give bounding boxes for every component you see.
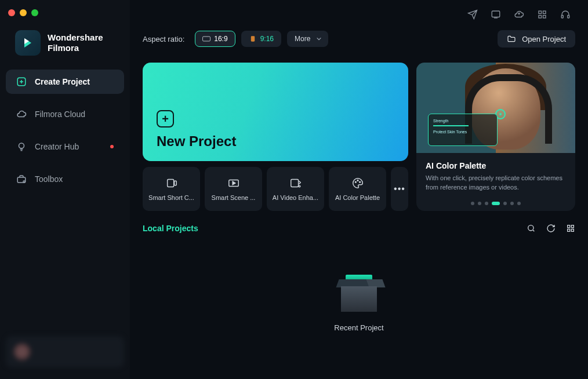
tool-smart-short-clips[interactable]: Smart Short C... xyxy=(143,167,200,211)
tool-smart-scene-cut[interactable]: Smart Scene ... xyxy=(205,167,262,211)
empty-state: Recent Project xyxy=(143,233,575,379)
promo-image: Strength Protect Skin Tones xyxy=(416,63,575,153)
svg-point-21 xyxy=(528,225,533,231)
cloud-upload-icon[interactable] xyxy=(514,9,524,20)
avatar xyxy=(14,344,30,360)
page-dot-icon[interactable] xyxy=(517,202,521,205)
sidebar-item-label: Creator Hub xyxy=(35,142,79,151)
search-icon[interactable] xyxy=(527,224,536,233)
svg-point-3 xyxy=(23,181,25,183)
landscape-icon xyxy=(202,36,210,42)
tool-label: AI Video Enha... xyxy=(270,194,322,201)
main-area: Aspect ratio: 16:9 9:16 More Open Projec… xyxy=(130,0,588,379)
tool-row: Smart Short C... Smart Scene ... AI Vide… xyxy=(143,167,408,211)
page-dot-icon[interactable] xyxy=(478,202,481,205)
svg-rect-12 xyxy=(251,36,254,41)
plus-square-icon xyxy=(16,76,27,87)
aspect-ratio-16-9[interactable]: 16:9 xyxy=(195,31,235,47)
smart-scene-icon xyxy=(227,177,240,190)
aspect-ratio-more[interactable]: More xyxy=(287,31,328,47)
brand-line1: Wondershare xyxy=(48,32,103,43)
apps-grid-icon[interactable] xyxy=(537,9,547,20)
feedback-icon[interactable] xyxy=(491,9,501,20)
svg-point-17 xyxy=(299,185,300,187)
refresh-icon[interactable] xyxy=(546,224,556,233)
sidebar-item-label: Create Project xyxy=(35,77,90,86)
svg-point-1 xyxy=(19,143,24,148)
open-project-button[interactable]: Open Project xyxy=(498,30,575,48)
grid-view-icon[interactable] xyxy=(566,224,575,233)
aspect-ratio-label: Aspect ratio: xyxy=(143,35,184,43)
tool-label: AI Color Palette xyxy=(332,194,384,201)
window-controls xyxy=(0,5,130,21)
sidebar-item-create-project[interactable]: Create Project xyxy=(6,70,124,94)
folder-icon xyxy=(507,34,516,43)
new-project-card[interactable]: + New Project xyxy=(143,63,408,161)
new-project-title: New Project xyxy=(157,133,394,150)
promo-card[interactable]: Strength Protect Skin Tones AI Color Pal… xyxy=(416,63,575,211)
svg-rect-23 xyxy=(571,225,574,228)
svg-point-20 xyxy=(359,181,360,183)
local-projects-title: Local Projects xyxy=(143,224,198,233)
sidebar: Wondershare Filmora Create Project Filmo… xyxy=(0,0,130,379)
smart-short-icon xyxy=(165,177,178,190)
chip-label: 16:9 xyxy=(214,35,227,43)
open-project-label: Open Project xyxy=(522,35,566,43)
svg-rect-8 xyxy=(543,16,546,19)
tool-label: Smart Scene ... xyxy=(208,194,260,201)
send-icon[interactable] xyxy=(467,9,478,20)
sidebar-item-filmora-cloud[interactable]: Filmora Cloud xyxy=(6,102,124,126)
tool-ai-color-palette[interactable]: AI Color Palette xyxy=(329,167,386,211)
maximize-window-icon[interactable] xyxy=(31,9,38,16)
chip-label: More xyxy=(295,35,310,43)
brand-line2: Filmora xyxy=(48,43,103,53)
svg-rect-25 xyxy=(571,229,574,231)
color-palette-icon xyxy=(351,177,364,190)
page-dot-icon[interactable] xyxy=(510,202,514,205)
svg-rect-10 xyxy=(568,16,569,19)
svg-rect-14 xyxy=(174,181,176,185)
sidebar-item-creator-hub[interactable]: Creator Hub xyxy=(6,134,124,159)
brand-block: Wondershare Filmora xyxy=(0,21,130,70)
tool-label: Smart Short C... xyxy=(146,194,198,201)
svg-rect-24 xyxy=(568,229,570,231)
page-dot-active-icon[interactable] xyxy=(492,202,500,205)
aspect-ratio-row: Aspect ratio: 16:9 9:16 More Open Projec… xyxy=(143,30,575,48)
aspect-ratio-9-16[interactable]: 9:16 xyxy=(241,31,281,47)
tool-more-button[interactable]: ••• xyxy=(391,167,408,211)
promo-pagination[interactable] xyxy=(416,202,575,211)
local-projects-header: Local Projects xyxy=(143,224,575,233)
user-account-box[interactable] xyxy=(6,336,124,367)
titlebar-icons xyxy=(143,7,575,30)
close-window-icon[interactable] xyxy=(8,9,15,16)
svg-point-18 xyxy=(355,181,356,183)
sidebar-item-label: Filmora Cloud xyxy=(35,110,85,119)
page-dot-icon[interactable] xyxy=(485,202,488,205)
headset-icon[interactable] xyxy=(560,9,571,20)
svg-rect-4 xyxy=(492,11,500,17)
page-dot-icon[interactable] xyxy=(471,202,474,205)
svg-rect-2 xyxy=(17,177,26,183)
promo-description: With one click, precisely replicate colo… xyxy=(426,174,566,192)
toolbox-icon xyxy=(16,174,27,184)
empty-box-icon xyxy=(333,269,385,315)
page-dot-icon[interactable] xyxy=(503,202,507,205)
svg-rect-5 xyxy=(539,11,542,14)
svg-rect-13 xyxy=(167,180,173,187)
svg-rect-11 xyxy=(203,37,210,41)
svg-rect-9 xyxy=(561,16,563,19)
svg-rect-6 xyxy=(543,11,546,14)
portrait-icon xyxy=(249,36,257,42)
cloud-icon xyxy=(16,109,27,119)
tool-ai-video-enhancer[interactable]: AI Video Enha... xyxy=(267,167,324,211)
ai-enhance-icon xyxy=(289,177,302,190)
minimize-window-icon[interactable] xyxy=(20,9,27,16)
sidebar-nav: Create Project Filmora Cloud Creator Hub… xyxy=(0,70,130,199)
svg-rect-22 xyxy=(568,225,570,228)
svg-point-19 xyxy=(357,180,358,181)
sidebar-item-toolbox[interactable]: Toolbox xyxy=(6,167,124,191)
plus-icon: + xyxy=(157,110,174,127)
notification-dot-icon xyxy=(110,145,114,148)
svg-rect-16 xyxy=(291,180,298,187)
bulb-icon xyxy=(16,141,27,152)
